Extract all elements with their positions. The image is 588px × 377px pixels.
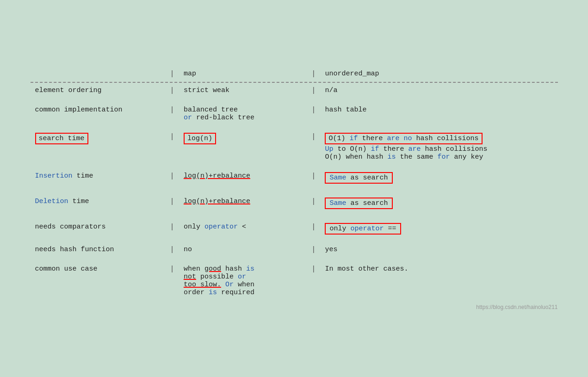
watermark: https://blog.csdn.net/hainoluo211 (31, 304, 558, 310)
feature-needs-comparators: needs comparators (31, 220, 166, 237)
comparison-table: | map | unordered_map element ordering |… (31, 67, 558, 299)
feature-common-impl: common implementation (31, 103, 166, 124)
is2-blue: is (209, 289, 217, 297)
unordered-needs-hash: yes (320, 243, 557, 257)
unordered-element-ordering: n/a (320, 84, 557, 98)
row-insertion-time: Insertion time | log(n)+rebalance | Same… (31, 169, 558, 189)
header-row: | map | unordered_map (31, 67, 558, 81)
row-needs-comparators: needs comparators | only operator < | on… (31, 220, 558, 237)
map-search-time: log(n) (179, 130, 307, 164)
gap5 (31, 215, 558, 220)
row-search-time: search time | log(n) | O(1) if there are… (31, 130, 558, 164)
not-underline: not (184, 273, 196, 281)
gap7 (31, 257, 558, 262)
sep-st-1: | (165, 130, 179, 164)
header-map: map (179, 67, 307, 81)
feature-common-use-case: common use case (31, 262, 166, 299)
sep-dt-2: | (307, 195, 321, 215)
sep2: | (307, 67, 321, 81)
sep-ci-2: | (307, 103, 321, 124)
row-deletion-time: Deletion time | log(n)+rebalance | Same … (31, 195, 558, 215)
unordered-insertion-time: Same as search (320, 169, 557, 189)
insertion-map-val: log(n)+rebalance (184, 172, 250, 180)
unordered-search-time: O(1) if there are no hash collisions Up … (320, 130, 557, 164)
insertion-same-as-search-box: Same as search (325, 172, 392, 184)
operator-blue-map: operator (204, 223, 238, 231)
header-map-label: map (184, 70, 196, 78)
deletion-same-as-search-box: Same as search (325, 198, 392, 209)
unordered-common-use-case: In most other cases. (320, 262, 557, 299)
sep-nh-1: | (165, 243, 179, 257)
search-o1-box: O(1) if there are no hash collisions (325, 133, 482, 144)
feature-insertion-time: Insertion time (31, 169, 166, 189)
same-blue-1: Same (329, 174, 346, 182)
feature-element-ordering: element ordering (31, 84, 166, 98)
sep-ci-1: | (165, 103, 179, 124)
map-insertion-time: log(n)+rebalance (179, 169, 307, 189)
map-needs-hash: no (179, 243, 307, 257)
search-time-map-box: log(n) (184, 133, 216, 144)
map-ci-or: or (184, 114, 192, 122)
gap6 (31, 237, 558, 243)
sep-cu-2: | (307, 262, 321, 299)
sep-cu-1: | (165, 262, 179, 299)
unordered-deletion-time: Same as search (320, 195, 557, 215)
row-element-ordering: element ordering | strict weak | n/a (31, 84, 558, 98)
deletion-map-val: log(n)+rebalance (184, 198, 250, 205)
sep-st-2: | (307, 130, 321, 164)
or-blue: or (238, 273, 246, 281)
is-blue: is (246, 265, 254, 273)
or2-blue: Or (225, 281, 234, 289)
insertion-blue: Insertion (35, 172, 73, 180)
sep-nh-2: | (307, 243, 321, 257)
sep-it-1: | (165, 169, 179, 189)
search-time-feature-box: search time (35, 133, 88, 144)
map-common-use-case: when good hash is not possible or too sl… (179, 262, 307, 299)
feature-search-time: search time (31, 130, 166, 164)
map-element-ordering: strict weak (179, 84, 307, 98)
header-unordered-label: unordered_map (325, 70, 379, 78)
good-underline: good (204, 265, 221, 273)
row-common-impl: common implementation | balanced tree or… (31, 103, 558, 124)
unordered-needs-comparators: only operator == (320, 220, 557, 237)
sep-dt-1: | (165, 195, 179, 215)
row-needs-hash: needs hash function | no | yes (31, 243, 558, 257)
sep1: | (165, 67, 179, 81)
sep-nc-1: | (165, 220, 179, 237)
map-common-impl: balanced tree or red-black tree (179, 103, 307, 124)
same-blue-2: Same (329, 199, 346, 207)
gap2 (31, 124, 558, 130)
unordered-common-impl: hash table (320, 103, 557, 124)
gap4 (31, 189, 558, 195)
row-common-use-case: common use case | when good hash is not … (31, 262, 558, 299)
gap3 (31, 164, 558, 169)
operator-eq-box: only operator == (325, 223, 401, 235)
main-container: | map | unordered_map element ordering |… (17, 58, 572, 320)
header-feature (31, 67, 166, 81)
feature-deletion-time: Deletion time (31, 195, 166, 215)
sep-nc-2: | (307, 220, 321, 237)
deletion-blue: Deletion (35, 198, 68, 205)
sep-eo-2: | (307, 84, 321, 98)
sep-it-2: | (307, 169, 321, 189)
map-needs-comparators: only operator < (179, 220, 307, 237)
sep-eo-1: | (165, 84, 179, 98)
header-unordered: unordered_map (320, 67, 557, 81)
feature-needs-hash: needs hash function (31, 243, 166, 257)
gap1 (31, 98, 558, 103)
map-deletion-time: log(n)+rebalance (179, 195, 307, 215)
operator-blue-unordered: operator (351, 225, 384, 233)
too-slow-underline: too slow. (184, 281, 221, 289)
